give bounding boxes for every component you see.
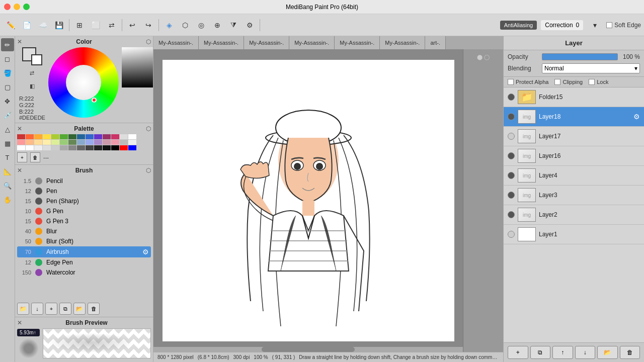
canvas-tab[interactable]: My-Assassin-. <box>153 36 199 49</box>
brush-list-item[interactable]: 70 Airbrush ⚙ <box>17 246 151 257</box>
opacity-bar[interactable] <box>542 53 618 60</box>
palette-color-swatch[interactable] <box>26 145 34 150</box>
brush-copy-btn[interactable]: ⧉ <box>59 303 71 315</box>
tool-eraser[interactable]: ◻ <box>1 52 14 65</box>
layer-new-btn[interactable]: + <box>508 346 528 359</box>
palette-color-swatch[interactable] <box>77 145 85 150</box>
layer-down-btn[interactable]: ↓ <box>575 346 596 359</box>
canvas-wrapper[interactable] <box>153 49 463 352</box>
brush-list-item[interactable]: 50 Blur (Soft) <box>17 236 151 246</box>
antialiasing-btn[interactable]: AntiAliasing <box>500 21 537 30</box>
redo-btn[interactable]: ↪ <box>141 18 156 33</box>
palette-color-swatch[interactable] <box>51 140 59 145</box>
palette-color-swatch[interactable] <box>43 140 51 145</box>
palette-color-swatch[interactable] <box>86 145 94 150</box>
palette-color-swatch[interactable] <box>60 140 68 145</box>
color-box[interactable] <box>122 47 153 87</box>
brush-new-btn[interactable]: + <box>45 303 57 315</box>
palette-color-swatch[interactable] <box>77 140 85 145</box>
cloud-btn[interactable]: ☁️ <box>35 18 50 33</box>
color-expand[interactable]: ⬡ <box>146 38 151 45</box>
layer-visibility-toggle[interactable] <box>508 231 515 238</box>
palette-color-swatch[interactable] <box>111 134 119 139</box>
palette-color-swatch[interactable] <box>103 145 111 150</box>
palette-color-swatch[interactable] <box>51 134 59 139</box>
lock-check[interactable]: Lock <box>589 79 608 85</box>
palette-close[interactable]: ✕ <box>17 125 22 132</box>
undo-btn[interactable]: ↩ <box>125 18 140 33</box>
background-color[interactable] <box>31 54 42 65</box>
layer-item[interactable]: 📁 Folder15 <box>504 87 644 107</box>
palette-color-swatch[interactable] <box>94 134 102 139</box>
flip-btn[interactable]: ⇄ <box>104 18 119 33</box>
brush-folder-btn[interactable]: 📂 <box>73 303 86 315</box>
palette-color-swatch[interactable] <box>68 145 76 150</box>
canvas-tab[interactable]: My-Assassin-. <box>380 36 425 49</box>
correction-dropdown[interactable]: ▾ <box>587 18 602 33</box>
swap-colors-btn[interactable]: ⇄ <box>27 67 38 78</box>
palette-delete-btn[interactable]: 🗑 <box>30 152 40 162</box>
snap-btn[interactable]: ⧩ <box>226 18 241 33</box>
palette-color-swatch[interactable] <box>43 134 51 139</box>
palette-color-swatch[interactable] <box>120 134 128 139</box>
clipping-check[interactable]: Clipping <box>554 79 583 85</box>
blending-select[interactable]: Normal ▾ <box>542 63 640 73</box>
palette-color-swatch[interactable] <box>111 145 119 150</box>
layer-visibility-toggle[interactable] <box>508 172 515 179</box>
canvas[interactable] <box>163 60 454 341</box>
brush-expand[interactable]: ⬡ <box>146 167 151 174</box>
protect-alpha-check[interactable]: Protect Alpha <box>508 79 548 85</box>
layer-up-btn[interactable]: ↑ <box>552 346 573 359</box>
magic-btn[interactable]: ◎ <box>194 18 209 33</box>
layer-item[interactable]: img Layer3 <box>504 186 644 205</box>
palette-color-swatch[interactable] <box>120 140 128 145</box>
select-btn[interactable]: ◈ <box>162 18 177 33</box>
more-btn[interactable]: ⚙ <box>242 18 257 33</box>
layer-visibility-toggle[interactable] <box>508 94 515 101</box>
palette-color-swatch[interactable] <box>120 145 128 150</box>
canvas-scrollbar[interactable] <box>153 347 463 352</box>
minimize-button[interactable] <box>14 4 20 10</box>
tool-shape[interactable]: △ <box>1 123 14 136</box>
canvas-tab[interactable]: My-Assassin-. <box>289 36 335 49</box>
palette-color-swatch[interactable] <box>128 134 136 139</box>
layer-visibility-toggle[interactable] <box>508 133 515 140</box>
brush-list-item[interactable]: 10 G Pen <box>17 206 151 216</box>
palette-add-btn[interactable]: + <box>17 152 27 162</box>
brush-add-file-btn[interactable]: 📁 <box>17 303 29 315</box>
palette-color-swatch[interactable] <box>94 145 102 150</box>
palette-color-swatch[interactable] <box>26 140 34 145</box>
palette-color-swatch[interactable] <box>86 134 94 139</box>
brush-down-btn[interactable]: ↓ <box>31 303 43 315</box>
palette-color-swatch[interactable] <box>77 134 85 139</box>
tool-brush[interactable]: ✏ <box>1 38 14 51</box>
maximize-button[interactable] <box>23 4 30 10</box>
brush-list-item[interactable]: 150 Watercolor <box>17 267 151 278</box>
palette-color-swatch[interactable] <box>128 145 136 150</box>
palette-color-swatch[interactable] <box>34 134 42 139</box>
layer-folder-btn[interactable]: 📂 <box>597 346 618 359</box>
tool-gradient[interactable]: ▦ <box>1 137 14 150</box>
palette-color-swatch[interactable] <box>34 145 42 150</box>
preview-close[interactable]: ✕ <box>17 319 22 326</box>
tool-move[interactable]: ✥ <box>1 95 14 108</box>
tool-select[interactable]: ▢ <box>1 80 14 94</box>
brush-list-item[interactable]: 12 Edge Pen <box>17 257 151 267</box>
tool-ruler[interactable]: 📐 <box>1 165 14 178</box>
palette-color-swatch[interactable] <box>43 145 51 150</box>
palette-color-swatch[interactable] <box>103 134 111 139</box>
close-button[interactable] <box>4 4 11 10</box>
brush-list-item[interactable]: 15 G Pen 3 <box>17 216 151 226</box>
protect-alpha-checkbox[interactable] <box>508 79 514 85</box>
palette-color-swatch[interactable] <box>17 140 25 145</box>
palette-color-swatch[interactable] <box>86 140 94 145</box>
palette-color-swatch[interactable] <box>128 140 136 145</box>
brush-list-item[interactable]: 12 Pen <box>17 186 151 196</box>
layer-visibility-toggle[interactable] <box>508 113 515 120</box>
layer-visibility-toggle[interactable] <box>508 211 515 218</box>
lock-checkbox[interactable] <box>589 79 595 85</box>
canvas-tab[interactable]: My-Assassin-. <box>199 36 244 49</box>
canvas-tab[interactable]: art-. <box>425 36 446 49</box>
palette-color-swatch[interactable] <box>34 140 42 145</box>
layer-item[interactable]: img Layer2 <box>504 205 644 225</box>
